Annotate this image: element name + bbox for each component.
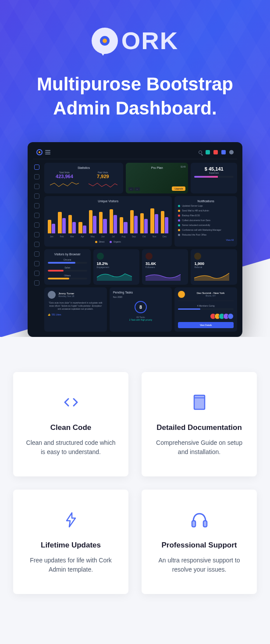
bar-chart (48, 204, 168, 235)
unique-visitors-card: Unique Visitors JanFebMarAprMayJunJulAug… (44, 196, 172, 247)
headphones-icon (189, 509, 210, 530)
feature-clean-code: Clean Code Clean and structured code whi… (13, 372, 128, 476)
sidebar-item[interactable] (34, 165, 39, 170)
sidebar-item[interactable] (34, 174, 39, 179)
pending-card: Pending Tasks Nov 2020 8 69 Tasks 2 Task… (110, 287, 172, 332)
sidebar-item[interactable] (34, 213, 39, 218)
notification-item[interactable]: Conference call with Marketing Manager (178, 229, 234, 231)
card-title: Pending Tasks (113, 291, 169, 294)
card-title: Statistics (48, 166, 120, 169)
sidebar-item[interactable] (34, 251, 39, 257)
mail-icon[interactable] (206, 150, 210, 154)
balance-amount: $ 45,141 (194, 166, 234, 172)
sidebar-item[interactable] (34, 193, 39, 199)
likes-count[interactable]: 👍551 Likes (48, 313, 103, 316)
search-icon[interactable] (199, 150, 202, 154)
code-icon (60, 392, 82, 413)
engagement-card: 18.2% Engagement (93, 249, 139, 285)
link-icon (97, 253, 104, 260)
bolt-icon (60, 509, 82, 530)
sidebar-item[interactable] (34, 280, 39, 286)
notification-item[interactable]: Updated Server Logs (178, 204, 234, 207)
svg-rect-2 (192, 521, 195, 527)
users-icon (146, 253, 153, 260)
metric-value: 1,900 (194, 261, 234, 266)
metric-label: Engagement (97, 266, 136, 268)
view-details-button[interactable]: View Details (178, 322, 234, 328)
pending-date: Nov 2020 (113, 296, 169, 298)
team-location: Bronx, NY (188, 294, 234, 297)
notification-item[interactable]: Collect documents from Sara (178, 219, 234, 222)
features-grid: Clean Code Clean and structured code whi… (0, 337, 270, 612)
svg-rect-0 (194, 395, 205, 409)
settings-icon[interactable] (221, 150, 226, 154)
chart-icon (194, 253, 201, 260)
feature-updates: Lifetime Updates Free updates for life w… (13, 490, 128, 594)
brand-logo: ORK (92, 26, 178, 55)
team-card: Dev Summit - New York Bronx, NY 4 Member… (174, 287, 237, 332)
pending-count: 8 (135, 301, 147, 313)
metric-value: 31.6K (146, 261, 185, 266)
next-icon[interactable]: › (135, 187, 140, 191)
price-badge: $149 (181, 165, 185, 168)
feature-title: Lifetime Updates (24, 541, 117, 550)
team-progress-label: 4 Members Going (178, 304, 234, 307)
team-avatar (178, 291, 185, 298)
card-title: Unique Visitors (48, 200, 168, 203)
feature-desc: Clean and structured code which is easy … (24, 438, 117, 457)
legend-organic: Organic (113, 240, 121, 243)
notification-item[interactable]: Backup Files EOD (178, 214, 234, 217)
card-title: Notifications (178, 200, 234, 203)
book-icon (189, 392, 210, 413)
metric-value: 18.2% (97, 261, 136, 266)
notification-item[interactable]: Server rebooted successfully (178, 224, 234, 226)
feature-documentation: Detailed Documentation Comprehensive Gui… (142, 372, 257, 476)
balance-label: Expenses (194, 172, 234, 174)
user-date: Monday, Nov 18 (58, 295, 74, 297)
browser-card: Visitors by Browser ChromeSafariOthers (44, 249, 91, 285)
hero-title: Multipurose Bootstrap Admin Dashboard. (9, 72, 261, 120)
browser-item: Safari (48, 266, 87, 272)
notification-item[interactable]: Rebooted the Post Office (178, 233, 234, 236)
card-title: Pro Plan (129, 166, 185, 169)
svg-rect-3 (203, 521, 207, 527)
member-avatar (227, 313, 234, 319)
feature-title: Professional Support (153, 541, 246, 550)
browser-item: Others (48, 274, 87, 279)
logo-icon (92, 28, 118, 54)
thumbs-up-icon: 👍 (48, 313, 50, 316)
chart-x-labels: JanFebMarAprMayJunJulAugSepOctNovDec (48, 235, 168, 238)
brand-name: ORK (121, 26, 178, 55)
sidebar-item[interactable] (34, 232, 39, 237)
dash-logo-icon (36, 149, 43, 155)
quote-text: "Duis aute irure dolor" in reprehenderit… (48, 301, 103, 311)
quote-card: Jimmy Turner Monday, Nov 18 "Duis aute i… (44, 287, 107, 332)
legend-direct: Direct (99, 240, 104, 243)
notifications-card: Notifications Updated Server LogsSend Ma… (174, 196, 237, 247)
referral-card: 1,900 Referral (191, 249, 237, 285)
sidebar-item[interactable] (34, 203, 39, 208)
feature-title: Detailed Documentation (153, 423, 246, 432)
sidebar-item[interactable] (34, 271, 39, 276)
feature-desc: An ultra responsive support to resolve y… (153, 556, 246, 574)
dashboard-header (33, 147, 237, 159)
upgrade-button[interactable]: Upgrade (172, 186, 185, 191)
avatar-icon[interactable] (229, 150, 234, 154)
sidebar-item[interactable] (34, 242, 39, 247)
stat-value: 7,929 (86, 174, 120, 179)
view-all-link[interactable]: View All (178, 239, 234, 241)
feature-support: Professional Support An ultra responsive… (142, 490, 257, 594)
metric-label: Referral (194, 266, 234, 268)
sidebar-item[interactable] (34, 222, 39, 228)
notification-item[interactable]: Send Mail to HR and Admin (178, 209, 234, 212)
feature-desc: Comprehensive Guide on setup and install… (153, 438, 246, 457)
bell-icon[interactable] (213, 150, 218, 154)
feature-desc: Free updates for life with Cork Admin te… (24, 556, 117, 574)
prev-icon[interactable]: ‹ (128, 187, 134, 191)
balance-card: $ 45,141 Expenses (191, 163, 237, 193)
menu-icon[interactable] (45, 150, 50, 154)
sidebar-item[interactable] (34, 184, 39, 189)
pro-plan-card: Pro Plan $149 ‹› Upgrade (126, 163, 188, 193)
sidebar-item[interactable] (34, 261, 39, 266)
sidebar (33, 163, 41, 332)
